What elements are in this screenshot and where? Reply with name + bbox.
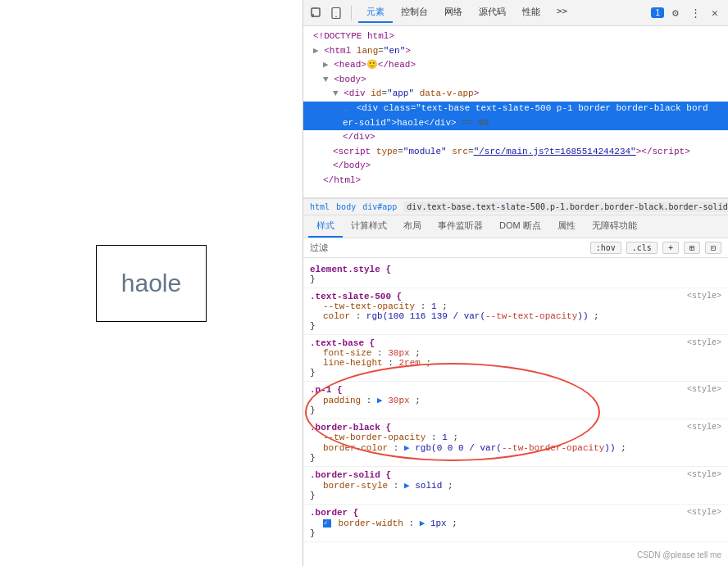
breadcrumb-app[interactable]: div#app	[362, 202, 397, 211]
css-selector-text-base: .text-base {	[310, 338, 375, 348]
devtools-panel: 元素 控制台 网络 源代码 性能 >> 1 ⚙ ⋮ ✕ <!DOCTYPE ht…	[303, 0, 728, 566]
css-source-border-solid: <style>	[687, 470, 721, 479]
css-rule-p1: .p-1 { <style> padding : ▶ 30px ; }	[303, 382, 728, 419]
tab-computed[interactable]: 计算样式	[343, 215, 395, 238]
close-icon[interactable]: ✕	[707, 5, 723, 21]
dom-line-html: ▶ <html lang="en">	[303, 44, 728, 59]
toolbar-separator-1	[351, 6, 352, 20]
css-selector-text-slate: .text-slate-500 {	[310, 292, 402, 301]
tab-dom-breakpoints[interactable]: DOM 断点	[491, 215, 549, 238]
css-rule-element-style: element.style { }	[303, 261, 728, 288]
haole-text: haole	[121, 269, 181, 297]
styles-panel: 过滤 :hov .cls + ⊞ ⊡ element.style { }	[303, 238, 728, 566]
settings-icon[interactable]: ⚙	[667, 5, 684, 21]
dom-line-script: <script type="module" src="/src/main.js?…	[303, 145, 728, 160]
css-rule-border-solid: .border-solid { <style> border-style : ▶…	[303, 467, 728, 505]
css-source-border-black: <style>	[687, 423, 721, 432]
css-selector-p1: .p-1 {	[310, 385, 343, 395]
css-rules-panel: element.style { } .text-slate-500 { <sty…	[303, 258, 728, 566]
style-grid-button[interactable]: ⊡	[705, 242, 721, 254]
notification-badge: 1	[651, 7, 664, 18]
dom-line-closehtml: </html>	[303, 174, 728, 188]
dom-line-doctype: <!DOCTYPE html>	[303, 29, 728, 44]
css-selector-element-style: element.style {	[310, 265, 391, 274]
tab-layout[interactable]: 布局	[395, 215, 430, 238]
filter-label: 过滤	[310, 242, 328, 254]
dom-line-closebody: </body>	[303, 159, 728, 174]
hov-button[interactable]: :hov	[590, 242, 621, 254]
css-rule-border: .border { <style> border-width : ▶ 1px ;…	[303, 505, 728, 542]
devtools-toolbar: 元素 控制台 网络 源代码 性能 >> 1 ⚙ ⋮ ✕	[303, 0, 728, 26]
tab-sources[interactable]: 源代码	[471, 2, 514, 23]
dom-line-app: ▼ <div id="app" data-v-app>	[303, 87, 728, 102]
css-rule-border-black: .border-black { <style> --tw-border-opac…	[303, 419, 728, 467]
css-source-border: <style>	[687, 508, 721, 517]
mobile-icon[interactable]	[328, 5, 344, 21]
dom-line-selected[interactable]: … <div class="text-base text-slate-500 p…	[303, 102, 728, 116]
dom-line-head: ▶ <head>🙂</head>	[303, 58, 728, 73]
dom-panel[interactable]: <!DOCTYPE html> ▶ <html lang="en"> ▶ <he…	[303, 26, 728, 198]
filter-actions: :hov .cls + ⊞ ⊡	[590, 242, 721, 254]
devtools-tabs: 元素 控制台 网络 源代码 性能 >>	[358, 2, 648, 23]
tab-more[interactable]: >>	[548, 2, 576, 23]
dom-line-selected-cont[interactable]: er-solid">haole</div> == $0	[303, 116, 728, 131]
styles-tabs: 样式 计算样式 布局 事件监听器 DOM 断点 属性 无障碍功能	[303, 215, 728, 238]
dom-line-body: ▼ <body>	[303, 73, 728, 88]
breadcrumb-html[interactable]: html	[310, 202, 330, 211]
css-selector-border-solid: .border-solid {	[310, 470, 391, 480]
tab-console[interactable]: 控制台	[393, 2, 436, 23]
add-style-button[interactable]: +	[662, 242, 679, 254]
tab-accessibility[interactable]: 无障碍功能	[584, 215, 645, 238]
css-selector-border: .border {	[310, 508, 358, 518]
css-selector-border-black: .border-black {	[310, 423, 391, 432]
breadcrumb-active[interactable]: div.text-base.text-slate-500.p-1.border.…	[403, 201, 728, 212]
cursor-icon[interactable]	[308, 5, 325, 21]
tab-elements[interactable]: 元素	[358, 2, 393, 23]
filter-input[interactable]	[333, 243, 585, 253]
browser-viewport: haole	[0, 0, 303, 566]
tab-event-listeners[interactable]: 事件监听器	[430, 215, 491, 238]
dom-line-closediv: </div>	[303, 130, 728, 145]
breadcrumb: html body div#app div.text-base.text-sla…	[303, 198, 728, 215]
tab-properties[interactable]: 属性	[549, 215, 584, 238]
filter-bar: 过滤 :hov .cls + ⊞ ⊡	[303, 238, 728, 258]
style-layout-button[interactable]: ⊞	[684, 242, 700, 254]
csdn-watermark: CSDN @please tell me	[637, 550, 721, 559]
css-rule-text-slate: .text-slate-500 { <style> --tw-text-opac…	[303, 288, 728, 335]
more-options-icon[interactable]: ⋮	[687, 5, 703, 21]
css-source-text-base: <style>	[687, 338, 721, 347]
tab-styles[interactable]: 样式	[308, 215, 343, 238]
css-source-p1: <style>	[687, 385, 721, 394]
svg-point-3	[335, 16, 337, 17]
toolbar-right: 1 ⚙ ⋮ ✕	[651, 5, 723, 21]
tab-performance[interactable]: 性能	[514, 2, 548, 23]
css-source-text-slate: <style>	[687, 292, 721, 301]
tab-network[interactable]: 网络	[436, 2, 471, 23]
css-rule-text-base: .text-base { <style> font-size : 30px ; …	[303, 335, 728, 382]
cls-button[interactable]: .cls	[626, 242, 657, 254]
breadcrumb-body[interactable]: body	[336, 202, 356, 211]
property-checkbox[interactable]	[323, 519, 331, 528]
haole-element: haole	[96, 245, 207, 322]
